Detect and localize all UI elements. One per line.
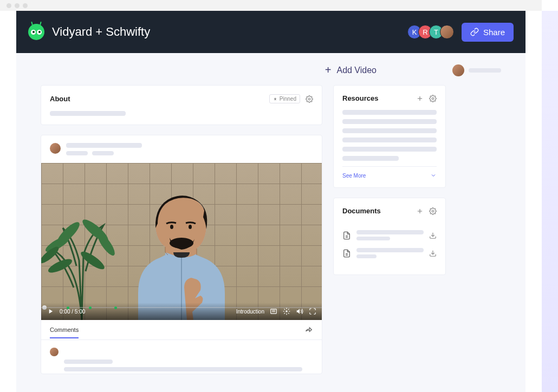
placeholder xyxy=(356,237,390,240)
play-icon[interactable] xyxy=(47,308,54,315)
window-dot xyxy=(15,3,20,8)
placeholder xyxy=(342,156,399,161)
resources-card: Resources See More xyxy=(333,85,446,188)
placeholder xyxy=(92,151,114,155)
app-header: Vidyard + Schwifty K R T Share xyxy=(16,11,525,53)
about-title: About xyxy=(50,95,70,103)
plus-icon: + xyxy=(325,64,332,76)
placeholder xyxy=(356,230,424,234)
placeholder xyxy=(342,119,437,124)
add-video-label: Add Video xyxy=(336,66,377,75)
chapters-icon[interactable] xyxy=(270,308,277,315)
placeholder xyxy=(469,68,501,73)
avatar[interactable] xyxy=(452,64,464,76)
plus-icon[interactable] xyxy=(416,207,424,215)
add-video-button[interactable]: + Add Video xyxy=(325,64,377,76)
plus-icon[interactable] xyxy=(416,95,424,102)
file-icon xyxy=(342,231,351,240)
download-icon[interactable] xyxy=(429,250,437,257)
document-row[interactable] xyxy=(342,230,437,240)
document-row[interactable] xyxy=(342,248,437,258)
avatar[interactable] xyxy=(50,348,59,356)
right-gutter xyxy=(542,11,558,392)
svg-point-20 xyxy=(432,210,434,212)
placeholder xyxy=(50,111,126,116)
comments-tab[interactable]: Comments xyxy=(50,326,79,338)
video-plant xyxy=(41,195,122,320)
gear-icon[interactable] xyxy=(429,95,437,102)
share-label: Share xyxy=(483,28,505,37)
share-arrow-icon[interactable] xyxy=(304,325,313,334)
fullscreen-icon[interactable] xyxy=(309,308,316,315)
window-dot xyxy=(23,3,28,8)
avatar[interactable] xyxy=(440,25,454,39)
comments-bar: Comments xyxy=(41,320,322,340)
video-player[interactable]: 0:00 / 5:00 Introduction xyxy=(41,163,322,320)
placeholder xyxy=(342,110,437,115)
placeholder xyxy=(356,254,377,258)
video-time: 0:00 / 5:00 xyxy=(60,309,85,315)
file-icon xyxy=(342,249,351,258)
svg-point-0 xyxy=(308,98,310,100)
video-person xyxy=(111,174,252,320)
placeholder xyxy=(356,248,424,252)
chevron-down-icon xyxy=(430,172,437,179)
main-content: + Add Video About Pinned xyxy=(16,53,525,392)
svg-point-17 xyxy=(432,97,434,100)
placeholder xyxy=(342,138,437,142)
svg-point-9 xyxy=(170,225,173,229)
video-controls: 0:00 / 5:00 Introduction xyxy=(41,303,322,320)
settings-icon[interactable] xyxy=(283,308,290,315)
placeholder xyxy=(342,128,437,133)
share-button[interactable]: Share xyxy=(462,23,514,42)
video-post-card: 0:00 / 5:00 Introduction Comments xyxy=(41,135,322,374)
documents-card: Documents xyxy=(333,198,446,275)
about-card: About Pinned xyxy=(41,85,322,125)
window-chrome xyxy=(0,0,542,11)
svg-point-10 xyxy=(189,225,192,229)
placeholder xyxy=(66,151,88,155)
gear-icon[interactable] xyxy=(429,207,437,215)
vidyard-logo xyxy=(28,24,44,40)
link-icon xyxy=(470,28,479,36)
gear-icon[interactable] xyxy=(306,95,313,103)
documents-title: Documents xyxy=(342,207,381,215)
window-dot xyxy=(7,3,11,8)
svg-point-8 xyxy=(170,238,193,249)
placeholder xyxy=(64,367,302,371)
collaborator-avatars: K R T xyxy=(407,25,454,39)
svg-point-14 xyxy=(286,310,288,312)
placeholder xyxy=(342,147,437,152)
see-more-button[interactable]: See More xyxy=(342,166,437,179)
placeholder xyxy=(66,143,142,148)
comment-body xyxy=(41,340,322,374)
pinned-badge: Pinned xyxy=(269,94,300,103)
volume-icon[interactable] xyxy=(296,308,303,315)
page-title: Vidyard + Schwifty xyxy=(52,25,150,39)
avatar[interactable] xyxy=(50,143,61,154)
resources-title: Resources xyxy=(342,94,378,102)
placeholder xyxy=(64,360,113,364)
pin-icon xyxy=(273,97,277,101)
chapter-label: Introduction xyxy=(236,309,264,315)
svg-point-2 xyxy=(54,219,82,247)
download-icon[interactable] xyxy=(429,232,437,239)
